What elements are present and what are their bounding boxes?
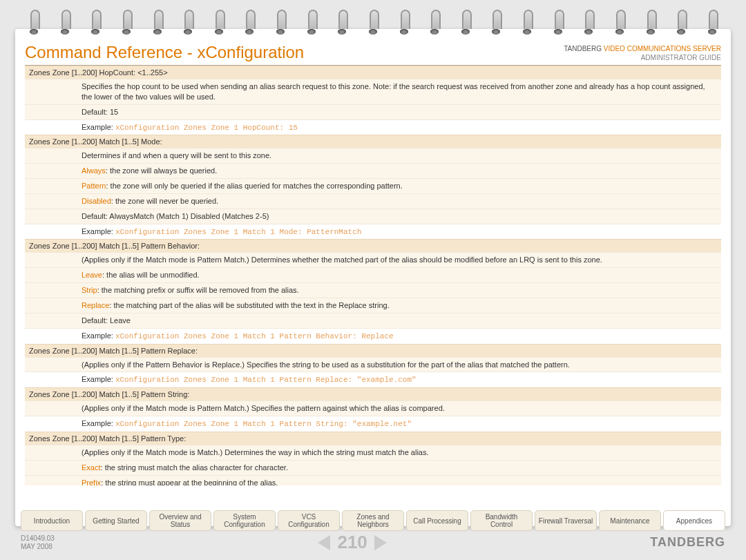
- config-desc: Prefix: the string must appear at the be…: [25, 475, 721, 485]
- config-heading: Zones Zone [1..200] Match [1..5] Pattern…: [25, 387, 721, 400]
- product-name: VIDEO COMMUNICATIONS SERVER: [604, 45, 721, 52]
- config-example: Example: xConfiguration Zones Zone 1 Mat…: [25, 224, 721, 240]
- nav-tab[interactable]: Firewall Traversal: [535, 510, 597, 531]
- nav-tab[interactable]: Overview and Status: [149, 510, 211, 531]
- config-desc: Determines if and when a query will be s…: [25, 148, 721, 163]
- nav-tabs: IntroductionGetting StartedOverview and …: [21, 510, 725, 531]
- doc-meta: D14049.03 MAY 2008: [21, 534, 55, 551]
- content-area: Zones Zone [1..200] HopCount: <1..255>Sp…: [25, 66, 721, 485]
- config-desc: Replace: the matching part of the alias …: [25, 298, 721, 313]
- brand-logo: TANDBERG: [650, 535, 725, 550]
- doc-date: MAY 2008: [21, 543, 55, 551]
- doc-type: ADMINISTRATOR GUIDE: [564, 53, 721, 62]
- config-heading: Zones Zone [1..200] Match [1..5] Pattern…: [25, 239, 721, 252]
- pager: 210: [318, 532, 386, 553]
- nav-tab[interactable]: Appendices: [663, 510, 725, 531]
- config-desc: Specifies the hop count to be used when …: [25, 79, 721, 104]
- config-desc: Default: 15: [25, 104, 721, 119]
- config-desc: Disabled: the zone will never be queried…: [25, 193, 721, 209]
- page-header: Command Reference - xConfiguration TANDB…: [25, 43, 721, 62]
- nav-tab[interactable]: VCS Configuration: [278, 510, 340, 531]
- config-example: Example: xConfiguration Zones Zone 1 Mat…: [25, 328, 721, 344]
- next-page-icon[interactable]: [374, 535, 387, 550]
- config-heading: Zones Zone [1..200] Match [1..5] Mode:: [25, 135, 721, 148]
- brand-name: TANDBERG: [564, 45, 602, 52]
- page-number: 210: [337, 532, 367, 553]
- config-desc: Default: Leave: [25, 313, 721, 328]
- config-example: Example: xConfiguration Zones Zone 1 Hop…: [25, 119, 721, 135]
- header-right: TANDBERG VIDEO COMMUNICATIONS SERVER ADM…: [564, 44, 721, 62]
- nav-tab[interactable]: Introduction: [21, 510, 83, 531]
- config-example: Example: xConfiguration Zones Zone 1 Mat…: [25, 416, 721, 432]
- config-heading: Zones Zone [1..200] Match [1..5] Pattern…: [25, 344, 721, 357]
- prev-page-icon[interactable]: [318, 535, 330, 550]
- config-desc: Leave: the alias will be unmodified.: [25, 267, 721, 282]
- config-desc: Pattern: the zone will only be queried i…: [25, 178, 721, 193]
- nav-tab[interactable]: Maintenance: [599, 510, 661, 531]
- nav-tab[interactable]: Zones and Neighbors: [342, 510, 404, 531]
- nav-tab[interactable]: Bandwidth Control: [470, 510, 533, 531]
- nav-tab[interactable]: Call Processing: [406, 510, 468, 531]
- config-heading: Zones Zone [1..200] Match [1..5] Pattern…: [25, 432, 721, 445]
- page-title: Command Reference - xConfiguration: [25, 43, 304, 62]
- config-desc: Always: the zone will always be queried.: [25, 163, 721, 178]
- config-desc: (Applies only if the Match mode is Patte…: [25, 252, 721, 267]
- nav-tab[interactable]: Getting Started: [85, 510, 147, 531]
- config-desc: Strip: the matching prefix or suffix wil…: [25, 282, 721, 298]
- config-example: Example: xConfiguration Zones Zone 1 Mat…: [25, 371, 721, 387]
- doc-id: D14049.03: [21, 534, 55, 543]
- config-heading: Zones Zone [1..200] HopCount: <1..255>: [25, 66, 721, 79]
- page: Command Reference - xConfiguration TANDB…: [15, 29, 731, 526]
- config-desc: Exact: the string must match the alias c…: [25, 460, 721, 475]
- nav-tab[interactable]: System Configuration: [213, 510, 276, 531]
- config-desc: (Applies only if the Match mode is Patte…: [25, 400, 721, 416]
- config-desc: (Applies only if the Pattern Behavior is…: [25, 357, 721, 372]
- config-desc: Default: AlwaysMatch (Match 1) Disabled …: [25, 209, 721, 224]
- config-desc: (Applies only if the Match mode is Match…: [25, 445, 721, 460]
- page-footer: D14049.03 MAY 2008 210 TANDBERG: [21, 532, 725, 553]
